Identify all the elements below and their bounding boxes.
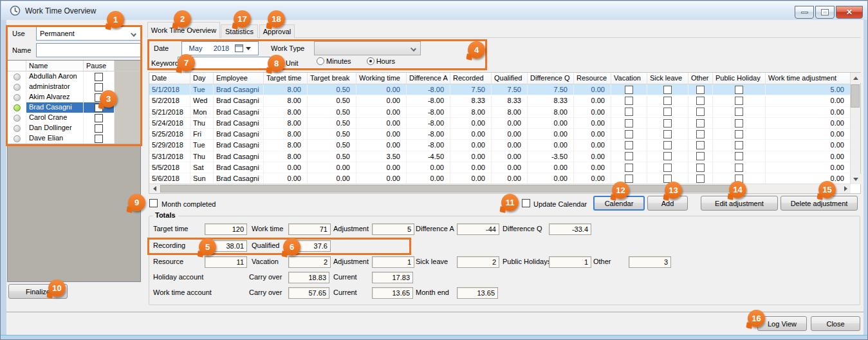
cell-checkbox[interactable] [625,119,633,128]
cell-checkbox[interactable] [663,86,672,94]
employee-selected-radio[interactable] [8,82,26,92]
cell-checkbox[interactable] [735,97,743,105]
cell-checkbox[interactable] [663,119,672,128]
cell-checkbox[interactable] [663,97,672,105]
table-row[interactable]: 5/1/2018TueBrad Casagni8.000.500.00-8.00… [149,84,860,95]
unit-radio-minutes[interactable]: Minutes [317,57,351,65]
table-header-day[interactable]: Day [190,73,214,84]
employee-row[interactable]: Carol Crane [8,113,140,123]
employee-selected-radio[interactable] [8,102,26,113]
close-dialog-button[interactable]: Close [811,316,860,331]
table-row[interactable]: 5/2/2018WedBrad Casagni8.000.500.00-8.00… [149,95,860,106]
month-completed-checkbox[interactable] [149,199,158,207]
employee-row[interactable]: Dave Elian [8,133,140,144]
employee-selected-radio[interactable] [8,113,26,123]
cell-checkbox[interactable] [625,108,633,116]
employee-name[interactable]: Akim Alvarez [26,92,84,102]
cell-checkbox[interactable] [696,108,705,116]
cell-checkbox[interactable] [735,86,743,94]
table-header-resource[interactable]: Resource [574,73,611,84]
minimize-button[interactable] [795,6,814,19]
list-header-pause[interactable]: Pause [84,61,115,71]
cell-checkbox[interactable] [696,97,705,105]
cell-checkbox[interactable] [663,108,672,116]
employee-selected-radio[interactable] [8,92,26,102]
cell-checkbox[interactable] [663,152,672,160]
cell-checkbox[interactable] [663,141,672,149]
table-row[interactable]: 5/24/2018ThuBrad Casagni8.000.500.00-8.0… [149,118,860,129]
cell-checkbox[interactable] [663,164,672,172]
cell-checkbox[interactable] [696,130,705,138]
employee-selected-radio[interactable] [8,71,26,82]
table-row[interactable]: 5/21/2018MonBrad Casagni8.000.500.00-8.0… [149,107,860,118]
cell-checkbox[interactable] [735,108,743,116]
employee-name[interactable]: Brad Casagni [26,102,84,113]
cell-checkbox[interactable] [735,130,743,138]
pause-checkbox[interactable] [95,114,103,122]
date-picker[interactable]: May 2018 [181,41,259,55]
use-dropdown[interactable]: Permanent [36,26,141,41]
table-header-public-holiday[interactable]: Public Holiday [713,73,766,84]
table-header-difference-q[interactable]: Difference Q [528,73,574,84]
vertical-scrollbar-thumb[interactable] [851,84,860,108]
table-row[interactable]: 5/5/2018SatBrad Casagni0.000.000.000.000… [149,162,860,173]
table-row[interactable]: 5/25/2018FriBrad Casagni8.000.500.00-8.0… [149,129,860,140]
table-header-vacation[interactable]: Vacation [611,73,647,84]
cell-checkbox[interactable] [625,175,633,183]
table-header-date[interactable]: Date [149,73,190,84]
table-header-qualified[interactable]: Qualified [492,73,528,84]
cell-checkbox[interactable] [625,152,633,160]
cell-checkbox[interactable] [625,97,633,105]
cell-checkbox[interactable] [696,141,705,149]
cell-checkbox[interactable] [625,130,633,138]
table-row[interactable]: 5/31/2018ThuBrad Casagni8.000.503.50-4.5… [149,151,860,162]
cell-checkbox[interactable] [696,175,705,183]
list-header-name[interactable]: Name [26,61,84,71]
employee-row[interactable]: Akim Alvarez [8,92,140,102]
employee-row[interactable]: Abdullah Aaron [8,71,140,82]
table-header-working-time[interactable]: Working time [356,73,407,84]
pause-checkbox[interactable] [95,135,103,143]
employee-selected-radio[interactable] [8,123,26,133]
cell-checkbox[interactable] [625,141,633,149]
scroll-down-button[interactable] [851,174,861,184]
cell-checkbox[interactable] [625,164,633,172]
cell-checkbox[interactable] [735,152,743,160]
cell-checkbox[interactable] [696,119,705,128]
table-header-sick-leave[interactable]: Sick leave [647,73,688,84]
employee-name[interactable]: Dan Dollinger [26,123,84,133]
employee-name[interactable]: administrator [26,82,84,92]
pause-checkbox[interactable] [95,124,103,133]
vertical-scrollbar[interactable] [850,73,860,184]
name-input[interactable] [36,43,141,57]
scroll-right-button[interactable] [840,184,851,193]
pause-checkbox[interactable] [95,73,103,81]
table-header-other[interactable]: Other [688,73,713,84]
employee-row[interactable]: administrator [8,82,140,92]
scroll-up-button[interactable] [851,73,861,83]
employee-name[interactable]: Carol Crane [26,113,84,123]
maximize-button[interactable] [815,6,835,19]
update-calendar-checkbox[interactable] [522,199,530,207]
cell-checkbox[interactable] [625,86,633,94]
cell-checkbox[interactable] [735,141,743,149]
table-header-work-time-adjustment[interactable]: Work time adjustment [766,73,851,84]
cell-checkbox[interactable] [696,152,705,160]
employee-row[interactable]: Dan Dollinger [8,123,140,133]
scroll-left-button[interactable] [149,184,160,193]
table-header-target-break[interactable]: Target break [308,73,356,84]
table-header-recorded[interactable]: Recorded [450,73,492,84]
table-header-target-time[interactable]: Target time [264,73,308,84]
employee-name[interactable]: Abdullah Aaron [26,71,84,82]
cell-checkbox[interactable] [735,119,743,128]
work-type-dropdown[interactable] [314,41,421,55]
cell-checkbox[interactable] [696,164,705,172]
table-row[interactable]: 5/29/2018TueBrad Casagni8.000.500.00-8.0… [149,140,860,151]
employee-selected-radio[interactable] [8,133,26,144]
unit-radio-hours[interactable]: Hours [367,57,395,65]
close-button[interactable]: ✕ [836,6,863,19]
cell-checkbox[interactable] [663,130,672,138]
horizontal-scrollbar-thumb[interactable] [160,185,733,193]
date-month[interactable]: May [182,44,209,52]
cell-checkbox[interactable] [735,164,743,172]
